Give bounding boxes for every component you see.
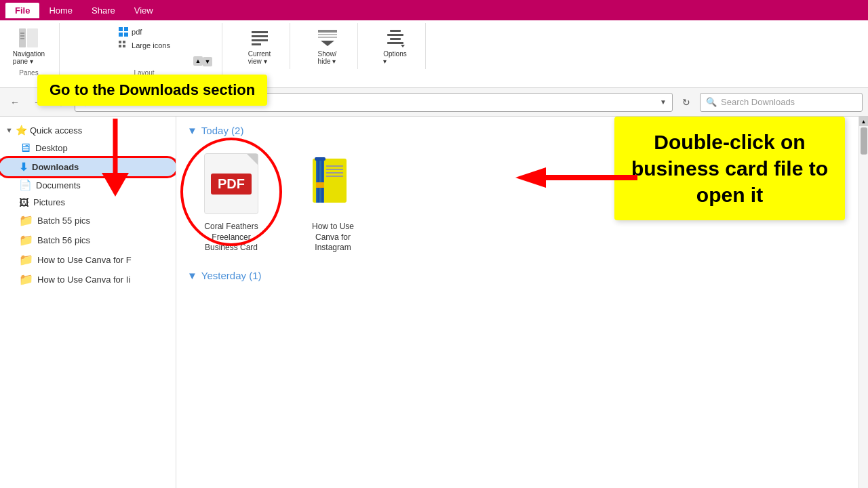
canva2-icon: 📁 <box>19 272 33 287</box>
large-icons-btn[interactable]: Large icons <box>115 39 173 52</box>
desktop-folder-icon: 🖥 <box>19 141 31 155</box>
red-arrow-right-annotation <box>509 157 644 198</box>
svg-rect-1 <box>27 28 38 47</box>
svg-rect-28 <box>316 159 324 203</box>
sidebar-canva2-label: How to Use Canva for Ii <box>37 274 130 285</box>
tab-home[interactable]: Home <box>39 3 82 18</box>
current-view-btn[interactable]: Currentview ▾ <box>243 26 277 66</box>
svg-rect-35 <box>316 182 324 188</box>
sidebar-item-canva1[interactable]: 📁 How to Use Canva for F <box>0 250 176 270</box>
ribbon-bar: Navigationpane ▾ Panes pdf Large icons ▲… <box>0 20 868 88</box>
nav-pane-icon <box>18 27 39 49</box>
svg-rect-31 <box>326 165 343 167</box>
svg-rect-18 <box>318 34 337 35</box>
batch55-icon: 📁 <box>19 214 33 228</box>
sidebar-batch55-label: Batch 55 pics <box>37 216 90 226</box>
expand-arrow-quick: ▼ <box>5 126 13 134</box>
svg-rect-2 <box>20 33 24 34</box>
back-btn[interactable]: ← <box>5 93 24 112</box>
ribbon-group-panes: Navigationpane ▾ Panes <box>5 23 60 79</box>
yesterday-label: Yesterday (1) <box>201 270 262 281</box>
layout-scroll-down[interactable]: ▼ <box>203 57 212 66</box>
svg-rect-10 <box>123 41 125 43</box>
canva-instagram-label: How to UseCanva forInstagram <box>312 222 354 253</box>
scrollbar[interactable]: ▲ <box>859 117 868 488</box>
svg-rect-32 <box>326 169 343 170</box>
refresh-btn[interactable]: ↻ <box>677 93 696 112</box>
sidebar-canva1-label: How to Use Canva for F <box>37 255 132 265</box>
current-view-label: Currentview ▾ <box>248 50 271 65</box>
sidebar-item-batch56[interactable]: 📁 Batch 56 pics <box>0 230 176 250</box>
scrollbar-thumb[interactable] <box>861 127 867 155</box>
search-bar[interactable]: 🔍 Search Downloads <box>700 93 863 112</box>
svg-rect-34 <box>326 176 343 177</box>
sidebar-item-canva2[interactable]: 📁 How to Use Canva for Ii <box>0 270 176 289</box>
ribbon-group-layout: pdf Large icons ▲ ▼ Layout <box>73 23 222 79</box>
rar-file-icon <box>309 155 357 213</box>
tab-view[interactable]: View <box>125 3 163 18</box>
pdf-file-icon: PDF <box>204 153 258 214</box>
svg-rect-14 <box>252 35 268 37</box>
search-placeholder-text: Search Downloads <box>721 97 795 107</box>
path-dropdown-arrow[interactable]: ▼ <box>660 98 667 106</box>
canva1-icon: 📁 <box>19 253 33 267</box>
svg-rect-16 <box>252 43 261 45</box>
file-content: ▼ Today (2) PDF Coral FeathersFreelancer… <box>176 117 859 488</box>
coral-feathers-label: Coral FeathersFreelancerBusiness Card <box>204 222 258 253</box>
panes-label: Panes <box>19 69 38 77</box>
ribbon-group-current-view: Currentview ▾ <box>236 23 290 69</box>
annotation-top-callout: Go to the Downloads section <box>37 75 267 106</box>
svg-rect-15 <box>252 39 268 41</box>
svg-rect-33 <box>326 172 343 174</box>
layout-scroll-up[interactable]: ▲ <box>193 56 203 66</box>
sidebar-pictures-label: Pictures <box>33 197 65 207</box>
options-label: Options▾ <box>383 50 406 65</box>
file-canva-instagram[interactable]: How to UseCanva forInstagram <box>289 144 377 259</box>
layout-list: pdf Large icons <box>115 26 173 52</box>
navigation-pane-btn[interactable]: Navigationpane ▾ <box>9 26 49 66</box>
yesterday-expand-arrow[interactable]: ▼ <box>187 270 197 281</box>
red-arrow-annotation <box>68 115 149 203</box>
svg-rect-11 <box>119 45 121 47</box>
rar-icon-container <box>302 150 363 218</box>
extra-large-label: pdf <box>132 28 142 36</box>
file-coral-feathers[interactable]: PDF Coral FeathersFreelancerBusiness Car… <box>187 144 275 259</box>
sidebar-desktop-label: Desktop <box>35 143 68 153</box>
svg-rect-22 <box>390 38 401 40</box>
star-icon: ⭐ <box>16 125 27 136</box>
tab-share[interactable]: Share <box>82 3 125 18</box>
downloads-icon: ⬇ <box>19 161 28 174</box>
svg-rect-7 <box>119 33 123 37</box>
nav-pane-label: Navigationpane ▾ <box>13 50 45 65</box>
svg-rect-8 <box>124 33 128 37</box>
tab-file[interactable]: File <box>5 3 39 18</box>
svg-marker-25 <box>102 173 129 197</box>
svg-rect-20 <box>390 30 401 32</box>
batch56-icon: 📁 <box>19 233 33 247</box>
show-hide-label: Show/hide ▾ <box>318 50 337 65</box>
today-label: Today (2) <box>201 125 244 136</box>
options-btn[interactable]: Options▾ <box>378 26 412 66</box>
svg-rect-13 <box>252 31 268 33</box>
ribbon-group-show-hide: Show/hide ▾ <box>304 23 358 69</box>
svg-rect-6 <box>124 27 128 31</box>
svg-rect-17 <box>318 30 337 33</box>
extra-large-icons-btn[interactable]: pdf <box>115 26 173 38</box>
svg-marker-38 <box>515 167 546 188</box>
large-icons-label: Large icons <box>132 41 170 49</box>
options-icon <box>384 27 406 49</box>
today-expand-arrow[interactable]: ▼ <box>187 125 197 136</box>
sidebar-item-batch55[interactable]: 📁 Batch 55 pics <box>0 211 176 230</box>
show-hide-icon <box>317 27 338 49</box>
documents-icon: 📄 <box>19 179 32 191</box>
svg-rect-21 <box>387 34 403 36</box>
svg-rect-5 <box>119 27 123 31</box>
yesterday-section-header: ▼ Yesterday (1) <box>187 270 848 281</box>
svg-rect-12 <box>123 45 125 47</box>
annotation-right-callout: Double-click on business card file to op… <box>614 117 845 220</box>
ribbon-group-options: Options▾ <box>372 23 426 69</box>
show-hide-btn[interactable]: Show/hide ▾ <box>311 26 344 66</box>
scrollbar-up-btn[interactable]: ▲ <box>859 117 869 126</box>
ribbon-tabs: File Home Share View <box>0 0 868 20</box>
svg-rect-3 <box>20 35 24 37</box>
